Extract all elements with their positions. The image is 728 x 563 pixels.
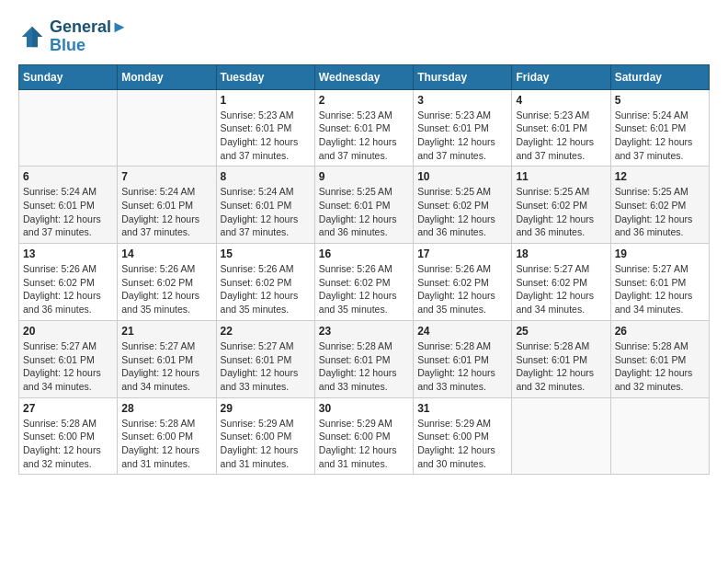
day-info: Sunrise: 5:29 AM Sunset: 6:00 PM Dayligh… xyxy=(221,417,311,471)
day-info: Sunrise: 5:23 AM Sunset: 6:01 PM Dayligh… xyxy=(417,109,507,163)
day-number: 8 xyxy=(221,170,311,183)
day-info: Sunrise: 5:28 AM Sunset: 6:01 PM Dayligh… xyxy=(417,339,507,394)
weekday-header-sunday: Sunday xyxy=(19,64,118,89)
day-number: 18 xyxy=(516,247,606,260)
day-info: Sunrise: 5:27 AM Sunset: 6:02 PM Dayligh… xyxy=(516,262,606,316)
calendar-week-2: 6Sunrise: 5:24 AM Sunset: 6:01 PM Daylig… xyxy=(19,167,710,244)
calendar-week-1: 1Sunrise: 5:23 AM Sunset: 6:01 PM Daylig… xyxy=(19,89,710,167)
day-info: Sunrise: 5:24 AM Sunset: 6:01 PM Dayligh… xyxy=(23,185,113,239)
day-info: Sunrise: 5:29 AM Sunset: 6:00 PM Dayligh… xyxy=(417,417,507,471)
day-info: Sunrise: 5:25 AM Sunset: 6:01 PM Dayligh… xyxy=(319,185,409,239)
weekday-header-wednesday: Wednesday xyxy=(314,64,413,89)
svg-marker-1 xyxy=(32,27,42,48)
calendar-cell: 10Sunrise: 5:25 AM Sunset: 6:02 PM Dayli… xyxy=(414,167,512,244)
day-number: 10 xyxy=(417,170,507,183)
day-info: Sunrise: 5:24 AM Sunset: 6:01 PM Dayligh… xyxy=(221,185,311,239)
logo-text: General►Blue xyxy=(50,18,128,55)
calendar-cell: 23Sunrise: 5:28 AM Sunset: 6:01 PM Dayli… xyxy=(314,320,413,397)
calendar-cell: 19Sunrise: 5:27 AM Sunset: 6:01 PM Dayli… xyxy=(610,244,709,321)
calendar-cell: 6Sunrise: 5:24 AM Sunset: 6:01 PM Daylig… xyxy=(19,167,118,244)
day-number: 25 xyxy=(516,325,606,338)
weekday-header-monday: Monday xyxy=(118,64,216,89)
day-info: Sunrise: 5:28 AM Sunset: 6:00 PM Dayligh… xyxy=(121,417,211,471)
weekday-header-tuesday: Tuesday xyxy=(216,64,314,89)
calendar-cell: 2Sunrise: 5:23 AM Sunset: 6:01 PM Daylig… xyxy=(314,89,413,167)
weekday-header-friday: Friday xyxy=(512,64,610,89)
day-number: 20 xyxy=(23,325,113,338)
day-number: 31 xyxy=(417,402,507,415)
day-info: Sunrise: 5:26 AM Sunset: 6:02 PM Dayligh… xyxy=(23,262,113,316)
day-number: 12 xyxy=(615,170,705,183)
day-info: Sunrise: 5:27 AM Sunset: 6:01 PM Dayligh… xyxy=(615,262,705,316)
calendar-week-4: 20Sunrise: 5:27 AM Sunset: 6:01 PM Dayli… xyxy=(19,320,710,397)
day-number: 5 xyxy=(615,94,705,107)
calendar-cell: 3Sunrise: 5:23 AM Sunset: 6:01 PM Daylig… xyxy=(414,89,512,167)
calendar-cell: 31Sunrise: 5:29 AM Sunset: 6:00 PM Dayli… xyxy=(414,397,512,475)
calendar-cell: 17Sunrise: 5:26 AM Sunset: 6:02 PM Dayli… xyxy=(414,244,512,321)
day-info: Sunrise: 5:28 AM Sunset: 6:01 PM Dayligh… xyxy=(615,339,705,394)
day-number: 7 xyxy=(121,170,211,183)
calendar-cell: 25Sunrise: 5:28 AM Sunset: 6:01 PM Dayli… xyxy=(512,320,610,397)
day-info: Sunrise: 5:26 AM Sunset: 6:02 PM Dayligh… xyxy=(417,262,507,316)
day-number: 17 xyxy=(417,247,507,260)
calendar-cell: 21Sunrise: 5:27 AM Sunset: 6:01 PM Dayli… xyxy=(118,320,216,397)
calendar-cell: 29Sunrise: 5:29 AM Sunset: 6:00 PM Dayli… xyxy=(216,397,314,475)
day-info: Sunrise: 5:28 AM Sunset: 6:00 PM Dayligh… xyxy=(23,417,113,471)
day-info: Sunrise: 5:26 AM Sunset: 6:02 PM Dayligh… xyxy=(221,262,311,316)
day-number: 22 xyxy=(221,325,311,338)
calendar-cell xyxy=(610,397,709,475)
weekday-header-saturday: Saturday xyxy=(610,64,709,89)
logo-icon xyxy=(18,23,46,51)
calendar-cell: 24Sunrise: 5:28 AM Sunset: 6:01 PM Dayli… xyxy=(414,320,512,397)
day-number: 11 xyxy=(516,170,606,183)
page-header: General►Blue xyxy=(18,18,710,55)
calendar-cell: 5Sunrise: 5:24 AM Sunset: 6:01 PM Daylig… xyxy=(610,89,709,167)
calendar-cell: 13Sunrise: 5:26 AM Sunset: 6:02 PM Dayli… xyxy=(19,244,118,321)
day-number: 21 xyxy=(121,325,211,338)
calendar: SundayMondayTuesdayWednesdayThursdayFrid… xyxy=(18,64,710,476)
day-info: Sunrise: 5:26 AM Sunset: 6:02 PM Dayligh… xyxy=(121,262,211,316)
day-info: Sunrise: 5:27 AM Sunset: 6:01 PM Dayligh… xyxy=(221,339,311,394)
calendar-cell: 7Sunrise: 5:24 AM Sunset: 6:01 PM Daylig… xyxy=(118,167,216,244)
day-number: 19 xyxy=(615,247,705,260)
day-number: 3 xyxy=(417,94,507,107)
calendar-cell: 26Sunrise: 5:28 AM Sunset: 6:01 PM Dayli… xyxy=(610,320,709,397)
day-info: Sunrise: 5:23 AM Sunset: 6:01 PM Dayligh… xyxy=(221,109,311,163)
calendar-cell: 27Sunrise: 5:28 AM Sunset: 6:00 PM Dayli… xyxy=(19,397,118,475)
day-number: 27 xyxy=(23,402,113,415)
calendar-cell: 16Sunrise: 5:26 AM Sunset: 6:02 PM Dayli… xyxy=(314,244,413,321)
calendar-cell: 22Sunrise: 5:27 AM Sunset: 6:01 PM Dayli… xyxy=(216,320,314,397)
day-number: 1 xyxy=(221,94,311,107)
day-number: 29 xyxy=(221,402,311,415)
day-number: 9 xyxy=(319,170,409,183)
calendar-cell: 30Sunrise: 5:29 AM Sunset: 6:00 PM Dayli… xyxy=(314,397,413,475)
day-info: Sunrise: 5:24 AM Sunset: 6:01 PM Dayligh… xyxy=(615,109,705,163)
calendar-week-5: 27Sunrise: 5:28 AM Sunset: 6:00 PM Dayli… xyxy=(19,397,710,475)
calendar-cell: 8Sunrise: 5:24 AM Sunset: 6:01 PM Daylig… xyxy=(216,167,314,244)
day-info: Sunrise: 5:23 AM Sunset: 6:01 PM Dayligh… xyxy=(516,109,606,163)
day-info: Sunrise: 5:24 AM Sunset: 6:01 PM Dayligh… xyxy=(121,185,211,239)
day-number: 26 xyxy=(615,325,705,338)
day-info: Sunrise: 5:27 AM Sunset: 6:01 PM Dayligh… xyxy=(23,339,113,394)
day-number: 24 xyxy=(417,325,507,338)
day-number: 13 xyxy=(23,247,113,260)
day-info: Sunrise: 5:25 AM Sunset: 6:02 PM Dayligh… xyxy=(516,185,606,239)
day-number: 23 xyxy=(319,325,409,338)
calendar-cell xyxy=(512,397,610,475)
day-number: 14 xyxy=(121,247,211,260)
day-info: Sunrise: 5:29 AM Sunset: 6:00 PM Dayligh… xyxy=(319,417,409,471)
day-number: 30 xyxy=(319,402,409,415)
calendar-cell: 28Sunrise: 5:28 AM Sunset: 6:00 PM Dayli… xyxy=(118,397,216,475)
calendar-cell: 20Sunrise: 5:27 AM Sunset: 6:01 PM Dayli… xyxy=(19,320,118,397)
calendar-week-3: 13Sunrise: 5:26 AM Sunset: 6:02 PM Dayli… xyxy=(19,244,710,321)
calendar-body: 1Sunrise: 5:23 AM Sunset: 6:01 PM Daylig… xyxy=(19,89,710,475)
calendar-cell xyxy=(118,89,216,167)
day-info: Sunrise: 5:28 AM Sunset: 6:01 PM Dayligh… xyxy=(319,339,409,394)
calendar-cell: 1Sunrise: 5:23 AM Sunset: 6:01 PM Daylig… xyxy=(216,89,314,167)
calendar-cell: 18Sunrise: 5:27 AM Sunset: 6:02 PM Dayli… xyxy=(512,244,610,321)
calendar-cell: 15Sunrise: 5:26 AM Sunset: 6:02 PM Dayli… xyxy=(216,244,314,321)
calendar-cell: 4Sunrise: 5:23 AM Sunset: 6:01 PM Daylig… xyxy=(512,89,610,167)
day-info: Sunrise: 5:25 AM Sunset: 6:02 PM Dayligh… xyxy=(615,185,705,239)
calendar-cell: 14Sunrise: 5:26 AM Sunset: 6:02 PM Dayli… xyxy=(118,244,216,321)
day-info: Sunrise: 5:26 AM Sunset: 6:02 PM Dayligh… xyxy=(319,262,409,316)
